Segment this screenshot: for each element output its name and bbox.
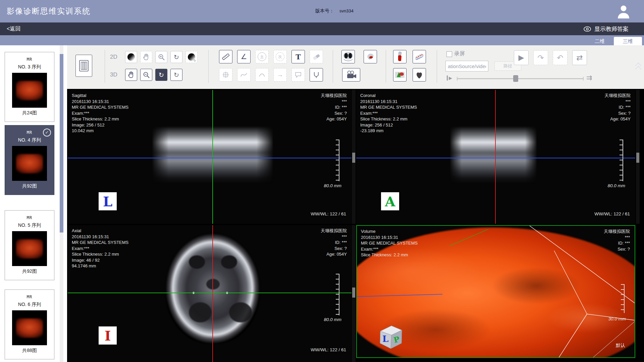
foot-preset-button[interactable] — [413, 50, 426, 63]
play-button[interactable]: ▶ — [514, 50, 529, 65]
exam-label: Exam:*** — [72, 246, 128, 252]
back-button[interactable]: <返回 — [7, 25, 20, 33]
patient-sex: Sex: ? — [321, 110, 347, 116]
play-icon: ▶ — [519, 53, 524, 62]
series-thumbnail — [12, 73, 47, 108]
crosshair-horizontal-green[interactable] — [68, 293, 352, 293]
orientation-cube[interactable]: L P — [376, 323, 405, 351]
series-card-4[interactable]: ✓ MR NO. 4 序列 共92图 — [5, 125, 54, 195]
skull-icon — [365, 51, 376, 62]
coronal-slice-scrollbar[interactable] — [636, 90, 640, 224]
record-path-input[interactable] — [445, 61, 488, 71]
patient-name-masked: *** — [604, 235, 630, 241]
knee-preset-button[interactable] — [393, 50, 407, 63]
loop-backward-button[interactable]: ↶ — [553, 50, 568, 65]
heart-icon — [414, 70, 424, 80]
crosshair-horizontal-blue[interactable] — [356, 158, 635, 158]
reset-view-button[interactable]: ↻ — [170, 69, 182, 81]
loop-forward-icon: ↷ — [537, 53, 544, 62]
patient-id: ID: *** — [604, 104, 631, 110]
layout-button[interactable] — [75, 55, 92, 77]
callout-button[interactable] — [291, 68, 305, 82]
viewport-volume-3d[interactable]: Volume 20161130 16:15:31 MR GE MEDICAL S… — [356, 225, 635, 358]
viewport-sagittal[interactable]: Sagittal 20161130 16:15:31 MR GE MEDICAL… — [68, 90, 352, 224]
divider — [208, 50, 209, 83]
tab-3d[interactable]: 三维 — [614, 37, 642, 45]
cobb-angle-button[interactable] — [310, 68, 323, 82]
tab-2d[interactable]: 二维 — [588, 37, 612, 45]
show-teacher-answer-label: 显示教师答案 — [594, 25, 629, 33]
loop-forward-button[interactable]: ↷ — [533, 50, 548, 65]
series-name: NO. 5 序列 — [5, 222, 54, 228]
viewport-title: Coronal — [360, 93, 417, 99]
arc-measure-button[interactable] — [255, 68, 269, 82]
record-camera-button[interactable] — [342, 68, 360, 82]
orientation-letter-anterior: A — [381, 192, 399, 210]
orientation-letter-left: L — [99, 192, 117, 210]
hospital-name: 天堰模拟医院 — [321, 228, 347, 234]
show-teacher-answer-button[interactable]: 显示教师答案 — [583, 25, 629, 33]
record-screen-checkbox[interactable] — [446, 51, 452, 57]
angle-measure-button[interactable]: ∠ — [237, 50, 251, 63]
hand-icon — [142, 53, 150, 61]
series-card-3[interactable]: MR NO. 3 序列 共24图 — [5, 52, 54, 122]
lung-ct-preset-button[interactable] — [341, 50, 355, 63]
pan-2d-button[interactable] — [140, 51, 152, 63]
window-level-reset-button[interactable]: ↻ — [185, 51, 198, 63]
series-card-5[interactable]: MR NO. 5 序列 共92图 — [5, 210, 54, 280]
zoom-in-2d-button[interactable] — [155, 51, 167, 63]
locate-crosshair-button[interactable] — [219, 68, 232, 82]
eraser-button[interactable] — [310, 50, 323, 63]
patient-id: ID: *** — [321, 240, 347, 246]
organ-3d-preset-button[interactable] — [393, 68, 407, 82]
zoom-3d-button[interactable] — [140, 69, 152, 81]
axial-slice-scrollbar[interactable] — [352, 225, 356, 362]
roi-secondary-button[interactable]: 次 — [273, 50, 287, 63]
user-avatar-button[interactable] — [616, 4, 631, 19]
viewport-coronal[interactable]: Coronal 20161130 16:15:31 MR GE MEDICAL … — [356, 90, 635, 224]
window-level-button[interactable] — [125, 51, 137, 63]
crosshair-horizontal-blue[interactable] — [68, 158, 352, 158]
crosshair-vertical-green[interactable] — [212, 90, 213, 224]
length-measure-button[interactable] — [219, 50, 232, 63]
divider — [437, 50, 437, 83]
slider-start-icon[interactable]: ▶ — [447, 75, 452, 81]
slider-handle[interactable] — [513, 75, 518, 82]
skull-preset-button[interactable] — [364, 50, 377, 63]
slice-thickness: Slice Thickness: 2.2 mm — [361, 252, 418, 258]
swap-direction-button[interactable]: ⇄ — [572, 50, 587, 65]
slider-track[interactable] — [457, 78, 584, 79]
patient-sex: Sex: ? — [321, 246, 347, 252]
rotate-3d-button[interactable]: ↻ — [155, 69, 167, 81]
rotate-2d-button[interactable]: ↻ — [170, 51, 182, 63]
series-card-6[interactable]: MR NO. 6 序列 共88图 — [5, 290, 54, 359]
text-annotation-button[interactable]: T — [291, 50, 305, 63]
heart-preset-button[interactable] — [413, 68, 426, 82]
sidebar-scrollbar-track[interactable] — [60, 45, 63, 362]
arrow-annotation-button[interactable]: → — [273, 68, 287, 82]
polyline-curve-button[interactable] — [237, 68, 251, 82]
measure-group-row2: → — [219, 68, 323, 82]
patient-name-masked: *** — [604, 99, 631, 105]
collapse-toolbar-button[interactable] — [635, 63, 642, 71]
scale-label: 80.0 mm — [324, 183, 341, 188]
scrollbar-thumb[interactable] — [352, 288, 355, 298]
patient-age: Age: 054Y — [321, 251, 347, 257]
volume-preset-button[interactable]: 默认 — [616, 343, 625, 349]
tools-2d-group: ↻ ↻ — [125, 51, 198, 63]
pan-3d-button[interactable] — [125, 69, 137, 81]
device-name: MR GE MEDICAL SYSTEMS — [72, 240, 128, 246]
crosshair-vertical-red[interactable] — [495, 90, 496, 224]
sidebar-scrollbar-thumb[interactable] — [60, 54, 63, 232]
version-value: svn334 — [339, 8, 354, 13]
series-modality: MR — [5, 215, 54, 220]
scrollbar-thumb[interactable] — [352, 153, 355, 163]
viewport-axial[interactable]: Axial 20161130 16:15:31 MR GE MEDICAL SY… — [68, 225, 352, 362]
crosshair-vertical-red[interactable] — [212, 225, 213, 362]
patient-sex: Sex: ? — [604, 246, 630, 252]
scrollbar-thumb[interactable] — [636, 153, 639, 163]
sagittal-slice-scrollbar[interactable] — [352, 90, 356, 224]
slider-end-icon[interactable]: ⇉ — [586, 74, 592, 82]
secondary-bar: <返回 显示教师答案 — [0, 22, 644, 35]
roi-main-button[interactable]: 主 — [255, 50, 269, 63]
